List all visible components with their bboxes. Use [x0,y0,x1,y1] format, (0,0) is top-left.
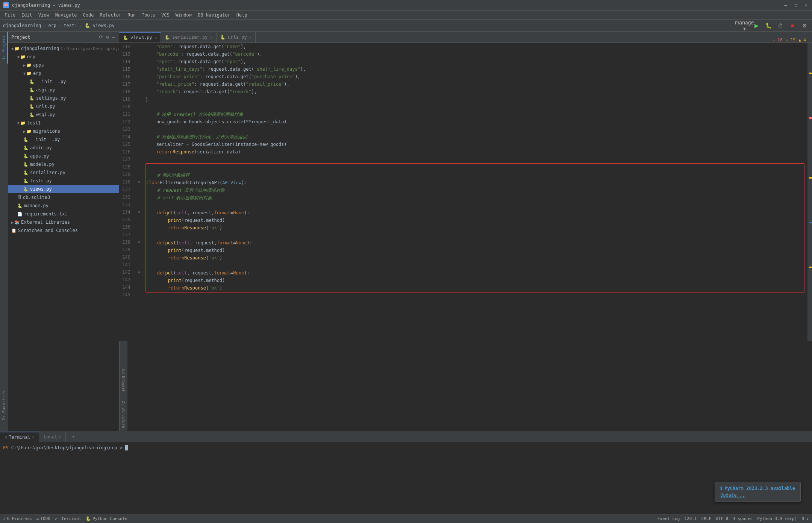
breadcrumb-erp[interactable]: erp [48,23,56,28]
notification-title: ℹ PyCharm 2023.2.3 available [720,486,795,491]
tree-item-apps-py[interactable]: 🐍 apps.py [8,152,119,160]
menu-db-navigator[interactable]: DB Navigator [195,11,233,20]
bottom-tab-add[interactable]: + [67,432,79,442]
status-bar-left: ⚠ 6 Problems ☑ TODO >_ Terminal 🐍 Python… [3,516,127,521]
sidebar-sync-icon[interactable]: ⟳ [98,33,104,41]
tree-item-settings[interactable]: 🐍 settings.py [8,94,119,102]
ln-120: 120 [119,103,133,111]
panel-tab-favorites[interactable]: 2: Favorites [0,387,8,424]
ln-139: 139 [119,246,133,253]
py-icon: 🐍 [165,35,170,40]
status-problems[interactable]: ⚠ 6 Problems [3,516,32,521]
tree-item-external-libs[interactable]: ▶ 📚 External Libraries [8,218,119,226]
tab-views-py[interactable]: 🐍 views.py ✕ [119,32,161,42]
menu-code[interactable]: Code [80,11,97,20]
status-python-version[interactable]: Python 3.9 (erp) [757,516,797,521]
scrollbar-gutter[interactable] [807,43,812,341]
menu-edit[interactable]: Edit [18,11,35,20]
code-line-145 [145,293,804,300]
menu-tools[interactable]: Tools [139,11,158,20]
bottom-tab-local[interactable]: Local ✕ [39,432,66,442]
status-indent[interactable]: 4 spaces [733,516,753,521]
tree-item-manage-py[interactable]: 🐍 manage.py [8,202,119,210]
ln-118: 118 [119,88,133,96]
tree-item-wsgi[interactable]: 🐍 wsgi.py [8,111,119,119]
status-python-console[interactable]: 🐍 Python Console [86,516,127,521]
panel-tab-project[interactable]: 1: Project [0,32,8,64]
tree-item-root[interactable]: ▼ 📁 djangolearning C:\Users\gxx\Desktop\… [8,44,119,53]
tree-item-test1[interactable]: ▼ 📁 test1 [8,119,119,127]
tree-item-scratches[interactable]: 📋 Scratches and Consoles [8,226,119,235]
sidebar-collapse-icon[interactable]: ← [111,33,116,41]
tree-item-erp-sub[interactable]: ▼ 📁 erp [8,69,119,77]
tree-item-init-erp[interactable]: 🐍 __init__.py [8,77,119,86]
tree-item-asgi[interactable]: 🐍 asgi.py [8,86,119,94]
status-crlf[interactable]: CRLF [701,516,712,521]
ln-134: 134 [119,208,133,216]
debug-button[interactable]: 🐛 [764,21,773,30]
tab-urls-py[interactable]: 🐍 urls.py ✕ [217,32,256,42]
local-tab-close[interactable]: ✕ [59,435,61,439]
tab-close-serializer[interactable]: ✕ [210,35,212,40]
menu-help[interactable]: Help [233,11,250,20]
run-button[interactable]: ▶ [752,21,761,30]
manage-dropdown-button[interactable]: manage ▾ [740,21,749,30]
breadcrumb-djangolearning[interactable]: djangolearning [3,23,41,28]
settings-button[interactable]: ⚙ [800,21,809,30]
menu-refactor[interactable]: Refactor [97,11,124,20]
ln-142: 142 [119,268,133,276]
menu-view[interactable]: View [35,11,52,20]
bottom-tab-terminal[interactable]: ⚡ Terminal ✕ [0,432,39,442]
tree-item-urls-erp[interactable]: 🐍 urls.py [8,102,119,111]
folder-icon: 📁 [26,71,32,76]
breadcrumb-test1[interactable]: test1 [64,23,77,28]
menu-vcs[interactable]: VCS [158,11,173,20]
status-encoding[interactable]: UTF-8 [716,516,728,521]
fold-icon-134[interactable]: ▼ [138,210,140,214]
minimize-button[interactable]: — [783,3,788,8]
tree-item-db-sqlite[interactable]: 🗄 db.sqlite3 [8,193,119,202]
tab-close-urls[interactable]: ✕ [249,35,252,40]
fold-icon-138[interactable]: ▼ [138,240,140,244]
panel-tab-db-browser[interactable]: DB Browser [120,364,127,397]
code-line-121: # 使用 create() 方法创建新的商品对象 [145,111,804,118]
menu-window[interactable]: Window [173,11,195,20]
stop-button[interactable]: ■ [788,21,797,30]
tree-item-models[interactable]: 🐍 models.py [8,160,119,168]
panel-tab-structure[interactable]: 2: Structure [120,397,127,431]
tree-item-tests[interactable]: 🐍 tests.py [8,177,119,185]
tree-item-apps[interactable]: ▶ 📁 apps [8,61,119,69]
chevron-icon: ▶ [23,129,26,133]
fold-icon-142[interactable]: ▼ [138,270,140,274]
tree-item-requirements[interactable]: 📄 requirements.txt [8,210,119,218]
tab-serializer-py[interactable]: 🐍 serializer.py ✕ [161,32,217,42]
status-terminal-tab[interactable]: >_ Terminal [55,516,81,521]
tree-item-init-test1[interactable]: 🐍 __init__.py [8,135,119,144]
code-editor[interactable]: "name": request.data.get("name"), "barco… [142,43,807,341]
status-position[interactable]: 128:1 [684,516,697,521]
status-todo[interactable]: ☑ TODO [36,516,50,521]
tab-close-views[interactable]: ✕ [155,35,157,40]
fold-icon-130[interactable]: ▼ [138,180,140,184]
code-line-133 [146,202,804,209]
tree-label: settings.py [36,96,66,101]
add-tab-icon: + [72,434,74,440]
breadcrumb-viewspy[interactable]: 🐍 views.py [85,23,115,28]
code-section: 112 113 114 115 116 117 118 119 120 121 … [119,43,812,341]
tree-label: apps.py [30,153,49,159]
tree-item-erp-root[interactable]: ▼ 📁 erp [8,53,119,61]
tree-item-migrations[interactable]: ▶ 📁 migrations [8,127,119,135]
menu-run[interactable]: Run [124,11,139,20]
status-bar: ⚠ 6 Problems ☑ TODO >_ Terminal 🐍 Python… [0,514,812,523]
terminal-tab-close[interactable]: ✕ [32,435,34,439]
maximize-button[interactable]: ❐ [793,3,799,8]
profile-button[interactable]: ⏱ [776,21,785,30]
notification-update-link[interactable]: Update... [720,493,745,498]
tree-item-admin[interactable]: 🐍 admin.py [8,144,119,152]
sidebar-gear-icon[interactable]: ⚙ [105,33,110,41]
menu-file[interactable]: File [2,11,18,20]
tree-item-serializer-py[interactable]: 🐍 serializer.py [8,168,119,177]
close-button[interactable]: ✕ [803,3,809,8]
tree-item-views[interactable]: 🐍 views.py [8,185,119,193]
menu-navigate[interactable]: Navigate [52,11,80,20]
